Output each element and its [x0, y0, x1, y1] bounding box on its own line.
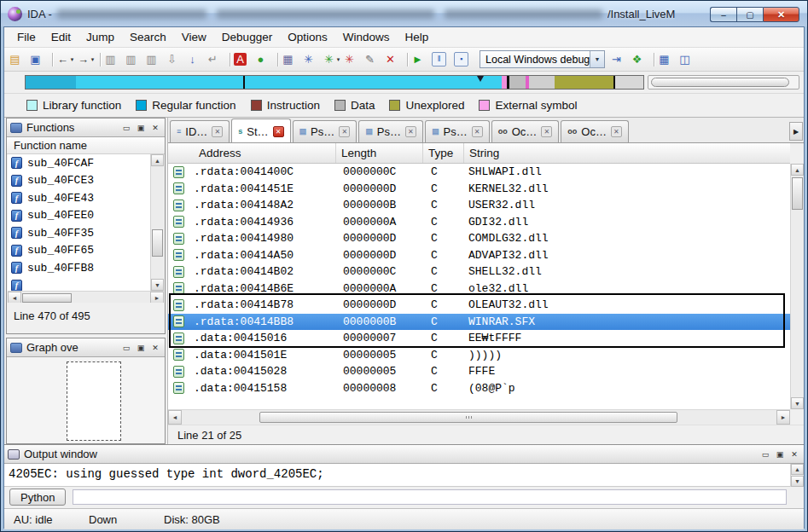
toolbar-button[interactable]: ✎ [363, 50, 383, 69]
functions-vertical-scrollbar[interactable]: ▲ ▼ [150, 154, 164, 291]
toolbar-button[interactable] [49, 50, 55, 69]
tab-close-icon[interactable]: ✕ [472, 126, 483, 137]
function-list-item[interactable]: f sub_40FFB8 [8, 259, 150, 277]
toolbar-button[interactable]: ▥ [124, 50, 144, 69]
toolbar-button[interactable]: ▥ [144, 50, 165, 69]
nav-band-scrollbar-thumb[interactable] [651, 78, 789, 87]
scroll-left-icon[interactable]: ◄ [168, 410, 182, 425]
table-row[interactable]: .rdata:0041451E 0000000D C KERNEL32.dll [168, 181, 790, 198]
nav-band-scrollbar[interactable] [648, 75, 799, 90]
toolbar-button[interactable]: ▦ [657, 50, 677, 69]
strings-horizontal-scrollbar[interactable]: ◄ ► [168, 409, 790, 425]
toolbar-button[interactable]: ▥ [103, 50, 124, 69]
toolbar-button[interactable] [650, 50, 657, 69]
toolbar-button[interactable]: ▣ [28, 50, 49, 69]
toolbar-button[interactable]: ↓ [185, 50, 206, 69]
column-header-type[interactable]: Type [423, 143, 464, 163]
scroll-right-icon[interactable]: ► [776, 410, 790, 425]
function-list-item[interactable]: f sub_40FCAF [8, 154, 150, 172]
toolbar-button[interactable]: ⇥ [609, 50, 630, 69]
menu-item[interactable]: Edit [44, 28, 78, 46]
toolbar-button[interactable]: ✳ [301, 50, 322, 69]
strings-table-header[interactable]: Address Length Type String [168, 143, 790, 164]
title-bar[interactable]: IDA - /Install_LiveM – ▢ ✕ [1, 1, 807, 26]
scrollbar-thumb[interactable] [259, 412, 677, 423]
toolbar-button[interactable]: ◫ [677, 50, 698, 69]
python-button[interactable]: Python [9, 489, 66, 506]
tab-scroll-right-button[interactable]: ▶ [789, 122, 803, 141]
column-header-length[interactable]: Length [336, 143, 423, 163]
output-vertical-scrollbar[interactable]: ▲ ▼ [790, 464, 804, 487]
menu-item[interactable]: Windows [335, 28, 398, 46]
document-tab[interactable]: ≡ ID… ✕ [170, 120, 230, 142]
document-tab[interactable]: oo Oc… ✕ [561, 120, 629, 142]
table-row[interactable]: .rdata:00414A50 0000000D C ADVAPI32.dll [168, 247, 790, 264]
toolbar-button[interactable] [226, 50, 233, 69]
function-list-item[interactable]: f sub_40FCE3 [8, 172, 150, 190]
panel-restore-icon[interactable]: ▭ [120, 342, 132, 354]
output-log[interactable]: 4205EC: using guessed type int dword_420… [4, 464, 804, 487]
toolbar-button[interactable]: ⇩ [165, 50, 185, 69]
scroll-up-icon[interactable]: ▲ [151, 154, 164, 166]
table-row[interactable]: .data:00415028 00000005 C FFFE [168, 363, 790, 380]
table-row[interactable]: .data:00415016 00000007 C EE₩tFFFF [168, 330, 790, 347]
output-window-header[interactable]: Output window ▭ ▣ ✕ [4, 445, 804, 464]
graph-overview-header[interactable]: Graph ove ▭ ▣ ✕ [7, 338, 165, 357]
graph-overview-viewport[interactable] [67, 361, 121, 441]
column-header-string[interactable]: String [464, 143, 790, 163]
minimize-button[interactable]: – [710, 7, 736, 22]
table-row[interactable]: .data:00415158 00000008 C (08@P`p [168, 380, 790, 397]
function-name-column-header[interactable]: Function name [7, 137, 165, 154]
function-list-item[interactable]: f sub_40FEE0 [8, 207, 150, 225]
menu-item[interactable]: Search [122, 28, 174, 46]
table-row[interactable]: .rdata:00414980 0000000D C COMDLG32.dll [168, 230, 790, 247]
toolbar-button[interactable]: ► [410, 50, 431, 69]
document-tab[interactable]: s St… ✕ [231, 119, 290, 143]
table-row[interactable]: .rdata:00414B02 0000000C C SHELL32.dll [168, 263, 790, 280]
column-header-address[interactable]: Address [168, 143, 336, 163]
graph-overview-canvas[interactable] [7, 357, 165, 445]
toolbar-button[interactable]: ← ▾ [55, 50, 76, 69]
toolbar-button[interactable]: ▤ [8, 50, 28, 69]
scroll-down-icon[interactable]: ▼ [151, 279, 164, 291]
toolbar-button[interactable]: ✕ [383, 50, 404, 69]
toolbar-button[interactable]: ❖ [630, 50, 650, 69]
chevron-down-icon[interactable]: ▼ [590, 51, 604, 67]
toolbar-button[interactable] [96, 50, 103, 69]
tab-close-icon[interactable]: ✕ [339, 126, 350, 137]
table-row[interactable]: .rdata:00414936 0000000A C GDI32.dll [168, 214, 790, 231]
navigation-band[interactable] [25, 75, 644, 90]
toolbar-button[interactable] [404, 50, 410, 69]
scroll-down-icon[interactable]: ▼ [791, 397, 804, 409]
tab-close-icon[interactable]: ✕ [405, 126, 416, 137]
functions-panel-header[interactable]: Functions ▭ ▣ ✕ [7, 119, 165, 137]
toolbar-button[interactable] [274, 50, 281, 69]
toolbar-button[interactable]: ▪ [453, 50, 475, 69]
close-button[interactable]: ✕ [763, 7, 799, 22]
scrollbar-thumb[interactable] [792, 177, 803, 210]
toolbar-button[interactable]: ✳ ▾ [322, 50, 342, 69]
menu-item[interactable]: File [9, 28, 44, 46]
panel-close-icon[interactable]: ✕ [788, 448, 800, 460]
scroll-up-icon[interactable]: ▲ [791, 164, 804, 176]
function-list-item[interactable]: f sub_40FF35 [8, 224, 150, 242]
table-row[interactable]: .rdata:00414BB8 0000000B C WINRAR.SFX [168, 314, 790, 331]
scrollbar-thumb[interactable] [152, 229, 163, 257]
toolbar-button[interactable]: A [233, 50, 253, 69]
toolbar-button[interactable]: ▦ [281, 50, 301, 69]
tab-close-icon[interactable]: ✕ [273, 126, 284, 137]
panel-float-icon[interactable]: ▣ [774, 448, 786, 460]
menu-item[interactable]: View [174, 28, 214, 46]
toolbar-button[interactable]: ‖ [431, 50, 453, 69]
scroll-up-icon[interactable]: ▲ [791, 464, 804, 475]
panel-float-icon[interactable]: ▣ [135, 342, 147, 354]
panel-close-icon[interactable]: ✕ [149, 342, 161, 354]
function-list-item[interactable]: f sub_40FE43 [8, 189, 150, 207]
menu-item[interactable]: Jump [78, 28, 122, 46]
toolbar-button[interactable]: → ▾ [76, 50, 96, 69]
table-row[interactable]: .rdata:00414B6E 0000000A C ole32.dll [168, 280, 790, 298]
table-row[interactable]: .rdata:0041400C 0000000C C SHLWAPI.dll [168, 164, 790, 181]
toolbar-button[interactable]: ● [253, 50, 274, 69]
menu-item[interactable]: Help [397, 28, 436, 46]
menu-item[interactable]: Options [280, 28, 335, 46]
